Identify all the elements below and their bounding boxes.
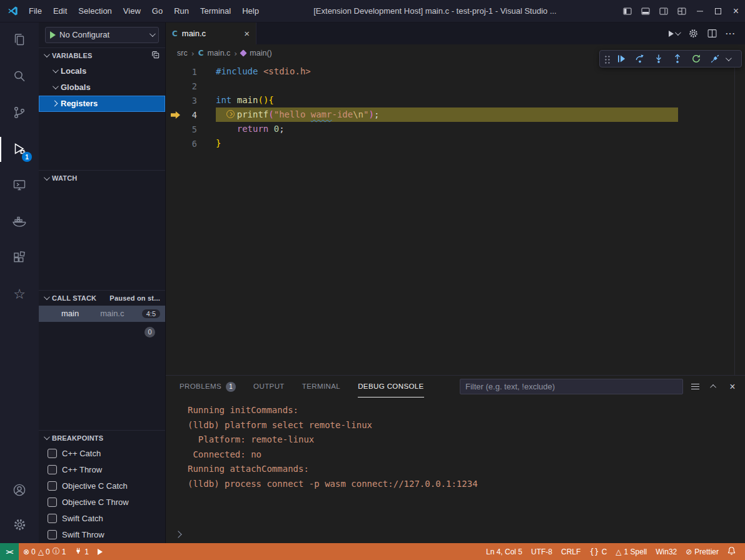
- watch-header[interactable]: WATCH: [39, 171, 165, 186]
- activity-source-control[interactable]: [0, 95, 39, 131]
- activity-remote-explorer[interactable]: [0, 168, 39, 204]
- split-editor-button[interactable]: [704, 26, 720, 41]
- menu-go[interactable]: Go: [146, 0, 168, 22]
- tab-terminal[interactable]: TERMINAL: [302, 376, 340, 398]
- checkbox[interactable]: [48, 481, 57, 491]
- tab-output[interactable]: OUTPUT: [253, 376, 285, 398]
- tab-debug-console[interactable]: DEBUG CONSOLE: [358, 376, 424, 398]
- drag-handle-icon[interactable]: [604, 54, 611, 64]
- activity-settings[interactable]: [0, 508, 39, 543]
- menu-help[interactable]: Help: [236, 0, 265, 22]
- inline-breakpoint-icon[interactable]: [226, 110, 235, 118]
- maximize-panel-icon[interactable]: [707, 380, 720, 394]
- problems-status[interactable]: ⊗0 △0 ⓘ1: [19, 543, 70, 560]
- collapse-all-icon[interactable]: [151, 50, 160, 61]
- cursor-position[interactable]: Ln 4, Col 5: [482, 543, 527, 560]
- activity-star[interactable]: ☆: [0, 276, 39, 312]
- tab-problems[interactable]: PROBLEMS 1: [180, 376, 236, 398]
- close-panel-icon[interactable]: ×: [726, 380, 739, 394]
- activity-extensions[interactable]: [0, 240, 39, 276]
- breakpoint-cpp-throw[interactable]: C++ Throw: [39, 462, 165, 478]
- menu-file[interactable]: File: [23, 0, 48, 22]
- code-line[interactable]: 6}: [166, 136, 745, 151]
- variables-registers[interactable]: Registers: [39, 96, 165, 112]
- console-lines-icon[interactable]: [689, 380, 701, 394]
- checkbox[interactable]: [48, 498, 57, 507]
- menu-terminal[interactable]: Terminal: [195, 0, 236, 22]
- chevron-down-icon[interactable]: [726, 55, 732, 61]
- line-number[interactable]: 4: [166, 110, 197, 120]
- code-editor[interactable]: 1#include <stdio.h>23int main(){4 printf…: [166, 62, 745, 375]
- breakpoint-objc-throw[interactable]: Objective C Throw: [39, 494, 165, 511]
- restart-button[interactable]: [688, 51, 704, 66]
- remote-indicator[interactable]: ><: [0, 543, 19, 560]
- tab-main-c[interactable]: C main.c ×: [166, 22, 256, 44]
- breakpoint-swift-catch[interactable]: Swift Catch: [39, 511, 165, 527]
- run-file-button[interactable]: [666, 26, 682, 41]
- step-over-button[interactable]: [632, 51, 648, 66]
- breakpoint-objc-catch[interactable]: Objective C Catch: [39, 478, 165, 494]
- debug-console-output[interactable]: Running initCommands: (lldb) platform se…: [166, 398, 745, 543]
- eol-indicator[interactable]: CRLF: [557, 543, 585, 560]
- close-button[interactable]: ×: [727, 0, 745, 22]
- close-tab-icon[interactable]: ×: [244, 29, 250, 38]
- variables-globals[interactable]: Globals: [39, 79, 165, 96]
- breadcrumb-symbol[interactable]: main(): [250, 49, 271, 58]
- notifications-bell[interactable]: [723, 543, 740, 560]
- step-into-button[interactable]: [651, 51, 667, 66]
- toggle-secondary-sidebar-icon[interactable]: [654, 0, 672, 22]
- stack-frame-row[interactable]: main main.c 4:5: [39, 306, 165, 322]
- activity-accounts[interactable]: [0, 473, 39, 508]
- toggle-sidebar-icon[interactable]: [618, 0, 636, 22]
- activity-docker[interactable]: [0, 204, 39, 240]
- breadcrumb-folder[interactable]: src: [177, 49, 188, 58]
- customize-layout-icon[interactable]: [672, 0, 691, 22]
- breakpoint-cpp-catch[interactable]: C++ Catch: [39, 446, 165, 462]
- checkbox[interactable]: [48, 465, 57, 474]
- language-indicator[interactable]: {} C: [585, 543, 611, 560]
- ports-status[interactable]: 1: [70, 543, 93, 560]
- more-actions-button[interactable]: ···: [722, 26, 739, 41]
- scrollbar-track[interactable]: [734, 62, 735, 375]
- menu-run[interactable]: Run: [168, 0, 195, 22]
- menu-view[interactable]: View: [118, 0, 146, 22]
- line-number[interactable]: 1: [166, 67, 197, 77]
- spell-checker-status[interactable]: △ 1 Spell: [611, 543, 651, 560]
- minimize-button[interactable]: [691, 0, 709, 22]
- breakpoint-swift-throw[interactable]: Swift Throw: [39, 527, 165, 543]
- start-debug-icon[interactable]: [50, 31, 56, 39]
- line-number[interactable]: 6: [166, 139, 197, 149]
- line-number[interactable]: 5: [166, 124, 197, 134]
- activity-run-debug[interactable]: 1: [0, 131, 39, 168]
- checkbox[interactable]: [48, 449, 57, 458]
- code-line[interactable]: 4 printf("hello wamr-ide\n");: [166, 108, 745, 122]
- checkbox[interactable]: [48, 514, 57, 523]
- menu-edit[interactable]: Edit: [48, 0, 73, 22]
- breadcrumb-file[interactable]: main.c: [207, 49, 230, 58]
- step-out-button[interactable]: [669, 51, 686, 66]
- variables-locals[interactable]: Locals: [39, 63, 165, 79]
- checkbox[interactable]: [48, 530, 57, 539]
- debug-status[interactable]: [93, 543, 107, 560]
- settings-gear-button[interactable]: [685, 26, 702, 41]
- line-number[interactable]: 3: [166, 96, 197, 106]
- activity-search[interactable]: [0, 59, 39, 95]
- code-line[interactable]: 5 return 0;: [166, 122, 745, 136]
- continue-button[interactable]: [613, 51, 629, 66]
- activity-explorer[interactable]: [0, 22, 39, 59]
- console-filter-input[interactable]: [460, 379, 683, 394]
- disconnect-button[interactable]: [707, 51, 723, 66]
- code-line[interactable]: 2: [166, 79, 745, 93]
- call-stack-header[interactable]: CALL STACK Paused on st...: [39, 291, 165, 306]
- toggle-panel-icon[interactable]: [636, 0, 654, 22]
- line-number[interactable]: 2: [166, 81, 197, 91]
- maximize-button[interactable]: [709, 0, 727, 22]
- variables-header[interactable]: VARIABLES: [39, 48, 165, 63]
- breakpoints-header[interactable]: BREAKPOINTS: [39, 431, 165, 446]
- code-line[interactable]: 3int main(){: [166, 93, 745, 108]
- menu-selection[interactable]: Selection: [73, 0, 117, 22]
- encoding-indicator[interactable]: UTF-8: [527, 543, 557, 560]
- platform-indicator[interactable]: Win32: [651, 543, 681, 560]
- debug-config-dropdown[interactable]: No Configurat: [45, 27, 159, 43]
- prettier-status[interactable]: ⊘ Prettier: [681, 543, 723, 560]
